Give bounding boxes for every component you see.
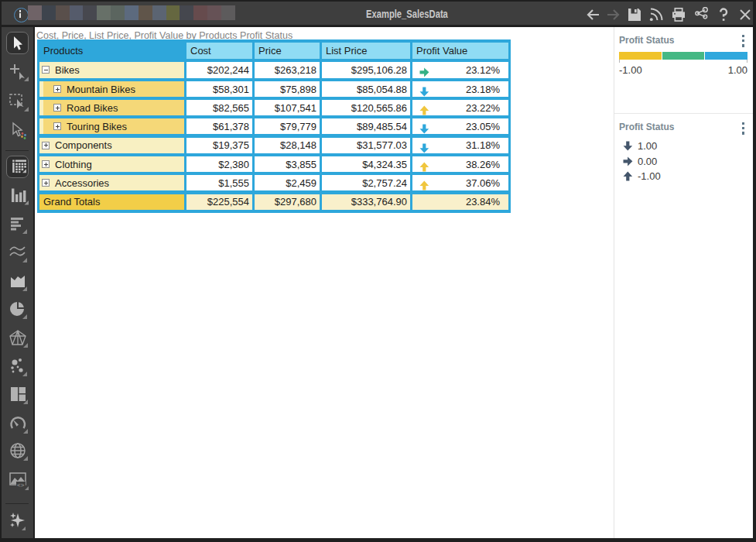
svg-text:<>: <>	[17, 482, 25, 489]
